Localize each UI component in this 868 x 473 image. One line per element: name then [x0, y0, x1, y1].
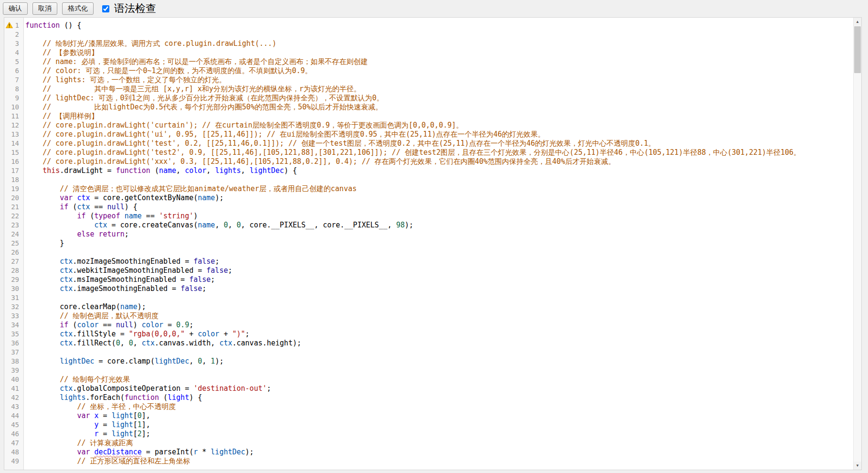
code-lines[interactable]: 1function () {23 // 绘制灯光/漆黑层效果。调用方式 core… [4, 18, 853, 470]
warning-icon[interactable] [6, 22, 13, 28]
code-line[interactable]: 31 [4, 293, 853, 302]
line-number: 24 [4, 230, 21, 239]
code-line[interactable]: 2 [4, 30, 853, 39]
scrollbar[interactable]: ▲ ▼ [853, 18, 861, 470]
line-number: 3 [4, 39, 21, 48]
code-line[interactable]: 48 var decDistance = parseInt(r * lightD… [4, 448, 853, 457]
code-line[interactable]: 5 // name: 必填，要绘制到的画布名；可以是一个系统画布，或者是个自定义… [4, 57, 853, 66]
code-line[interactable]: 12 // core.plugin.drawLight('curtain'); … [4, 121, 853, 130]
line-number: 8 [4, 85, 21, 94]
code-line[interactable]: 35 ctx.fillStyle = "rgba(0,0,0," + color… [4, 330, 853, 339]
scroll-up-button[interactable]: ▲ [854, 18, 861, 26]
cancel-button[interactable]: 取消 [32, 2, 57, 15]
code-line[interactable]: 34 if (color == null) color = 0.9; [4, 321, 853, 330]
code-line[interactable]: 4 // 【参数说明】 [4, 48, 853, 57]
line-number: 34 [4, 321, 21, 330]
line-number: 6 [4, 66, 21, 75]
line-number: 13 [4, 130, 21, 139]
line-number: 44 [4, 411, 21, 420]
line-number: 25 [4, 239, 21, 248]
code-line[interactable]: 15 // core.plugin.drawLight('test2', 0.9… [4, 148, 853, 157]
line-number: 49 [4, 457, 21, 466]
confirm-button[interactable]: 确认 [3, 2, 28, 15]
code-line[interactable]: 13 // core.plugin.drawLight('ui', 0.95, … [4, 130, 853, 139]
code-line[interactable]: 6 // color: 可选，只能是一个0~1之间的数，为不透明度的值。不填则默… [4, 66, 853, 75]
toolbar: 确认 取消 格式化 语法检查 [0, 0, 868, 17]
code-line[interactable]: 45 y = light[1], [4, 420, 853, 430]
code-line[interactable]: 28 ctx.webkitImageSmoothingEnabled = fal… [4, 266, 853, 275]
code-line[interactable]: 17 this.drawLight = function (name, colo… [4, 166, 853, 175]
syntax-check-label: 语法检查 [114, 1, 156, 16]
line-number: 28 [4, 266, 21, 275]
line-number: 18 [4, 175, 21, 184]
code-line[interactable]: 24 else return; [4, 230, 853, 239]
code-line[interactable]: 3 // 绘制灯光/漆黑层效果。调用方式 core.plugin.drawLig… [4, 39, 853, 48]
code-line[interactable]: 7 // lights: 可选，一个数组，定义了每个独立的灯光。 [4, 75, 853, 85]
code-line[interactable]: 29 ctx.msImageSmoothingEnabled = false; [4, 275, 853, 284]
line-number: 20 [4, 194, 21, 203]
line-number: 29 [4, 275, 21, 284]
code-line[interactable]: 25 } [4, 239, 853, 248]
line-number: 22 [4, 212, 21, 221]
line-number: 26 [4, 248, 21, 257]
line-number: 33 [4, 312, 21, 321]
line-number: 35 [4, 330, 21, 339]
code-editor[interactable]: 1function () {23 // 绘制灯光/漆黑层效果。调用方式 core… [4, 17, 862, 470]
code-line[interactable]: 30 ctx.imageSmoothingEnabled = false; [4, 284, 853, 293]
code-line[interactable]: 21 if (ctx == null) { [4, 203, 853, 212]
code-line[interactable]: 36 ctx.fillRect(0, 0, ctx.canvas.width, … [4, 339, 853, 348]
scroll-down-button[interactable]: ▼ [854, 462, 861, 470]
syntax-check-checkbox[interactable] [102, 5, 109, 12]
line-number: 48 [4, 448, 21, 457]
code-line[interactable]: 10 // 比如lightDec为0.5代表，每个灯光部分内圈50%的范围全亮，… [4, 103, 853, 112]
code-line[interactable]: 42 lights.forEach(function (light) { [4, 393, 853, 402]
code-line[interactable]: 49 // 正方形区域的直径和左上角坐标 [4, 457, 853, 466]
code-line[interactable]: 46 r = light[2]; [4, 430, 853, 439]
code-line[interactable]: 14 // core.plugin.drawLight('test', 0.2,… [4, 139, 853, 148]
line-number: 38 [4, 357, 21, 366]
code-line[interactable]: 23 ctx = core.createCanvas(name, 0, 0, c… [4, 221, 853, 230]
code-line[interactable]: 19 // 清空色调层；也可以修改成其它层比如animate/weather层，… [4, 184, 853, 194]
line-number: 21 [4, 203, 21, 212]
code-line[interactable]: 32 core.clearMap(name); [4, 302, 853, 312]
line-number: 19 [4, 184, 21, 194]
code-line[interactable]: 22 if (typeof name == 'string') [4, 212, 853, 221]
code-line[interactable]: 39 [4, 366, 853, 375]
line-number: 16 [4, 157, 21, 166]
code-line[interactable]: 37 [4, 348, 853, 357]
line-number: 45 [4, 420, 21, 430]
code-line[interactable]: 1function () { [4, 21, 853, 30]
line-number: 39 [4, 366, 21, 375]
line-number: 41 [4, 384, 21, 393]
code-line[interactable]: 38 lightDec = core.clamp(lightDec, 0, 1)… [4, 357, 853, 366]
chevron-up-icon: ▲ [856, 20, 859, 24]
code-line[interactable]: 47 // 计算衰减距离 [4, 439, 853, 448]
code-line[interactable]: 26 [4, 248, 853, 257]
code-line[interactable]: 20 var ctx = core.getContextByName(name)… [4, 194, 853, 203]
code-line[interactable]: 40 // 绘制每个灯光效果 [4, 375, 853, 384]
line-number: 47 [4, 439, 21, 448]
line-number: 2 [4, 30, 21, 39]
line-number: 40 [4, 375, 21, 384]
code-line[interactable]: 18 [4, 175, 853, 184]
code-line[interactable]: 8 // 其中每一项是三元组 [x,y,r] x和y分别为该灯光的横纵坐标，r为… [4, 85, 853, 94]
code-line[interactable]: 16 // core.plugin.drawLight('xxx', 0.3, … [4, 157, 853, 166]
code-line[interactable]: 11 // 【调用样例】 [4, 112, 853, 121]
code-line[interactable]: 43 // 坐标，半径，中心不透明度 [4, 402, 853, 411]
line-number: 30 [4, 284, 21, 293]
format-button[interactable]: 格式化 [62, 2, 94, 15]
line-number: 10 [4, 103, 21, 112]
code-line[interactable]: 44 var x = light[0], [4, 411, 853, 420]
code-line[interactable]: 41 ctx.globalCompositeOperation = 'desti… [4, 384, 853, 393]
line-number: 14 [4, 139, 21, 148]
scroll-thumb[interactable] [854, 26, 861, 73]
line-number: 4 [4, 48, 21, 57]
line-number: 43 [4, 402, 21, 411]
code-line[interactable]: 33 // 绘制色调层，默认不透明度 [4, 312, 853, 321]
code-line[interactable]: 27 ctx.mozImageSmoothingEnabled = false; [4, 257, 853, 266]
line-number: 12 [4, 121, 21, 130]
line-number: 31 [4, 293, 21, 302]
line-number: 15 [4, 148, 21, 157]
code-line[interactable]: 9 // lightDec: 可选，0到1之间，光从多少百分比才开始衰减（在此范… [4, 94, 853, 103]
line-number: 23 [4, 221, 21, 230]
